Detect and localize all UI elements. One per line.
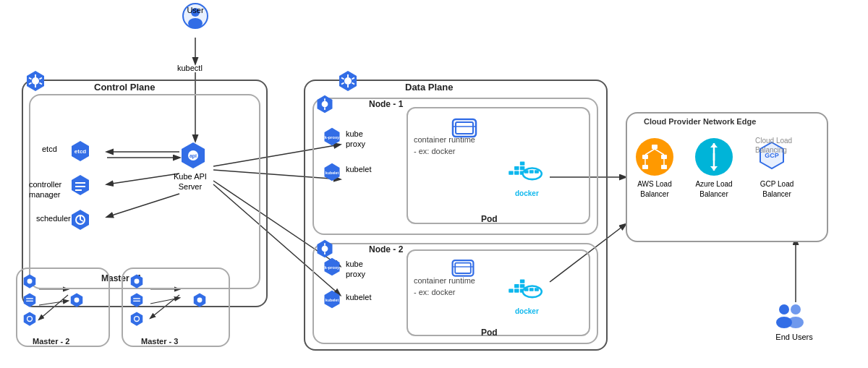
node2-kubelet-label: kubelet bbox=[346, 293, 371, 301]
svg-rect-62 bbox=[509, 171, 514, 174]
svg-rect-93 bbox=[529, 288, 534, 291]
aws-lb-label: AWS LoadBalancer bbox=[635, 179, 674, 200]
node2-kube-proxy-label: kubeproxy bbox=[346, 259, 365, 279]
svg-rect-92 bbox=[524, 288, 529, 291]
node1-label: Node - 1 bbox=[369, 99, 403, 109]
gcp-cloud-load-balancing-label: Cloud LoadBalancing bbox=[755, 136, 820, 155]
controller-manager-icon bbox=[69, 174, 92, 198]
svg-marker-32 bbox=[72, 175, 89, 195]
svg-rect-94 bbox=[535, 288, 539, 291]
node1-kube-proxy-icon: k-proxy bbox=[322, 127, 342, 148]
master2-icon3 bbox=[22, 311, 38, 328]
api-server-label: Kube APIServer bbox=[174, 171, 207, 192]
master3-icon1 bbox=[129, 273, 145, 291]
master2-icon1 bbox=[22, 273, 38, 291]
node1-container-icon bbox=[450, 112, 479, 142]
node2-docker-icon bbox=[506, 278, 544, 306]
svg-point-52 bbox=[322, 101, 328, 108]
master2-icon4 bbox=[69, 292, 85, 309]
user-label: User bbox=[179, 6, 211, 14]
gcp-lb-label: GCP LoadBalancer bbox=[755, 179, 799, 200]
diagram: User kubectl Control Plane Master - 1 et… bbox=[0, 0, 868, 368]
svg-point-44 bbox=[344, 77, 352, 85]
node1-docker-icon bbox=[506, 161, 544, 188]
svg-point-130 bbox=[779, 304, 789, 314]
svg-rect-70 bbox=[524, 170, 529, 174]
node2-kube-proxy-icon: k-proxy bbox=[322, 257, 342, 278]
svg-rect-85 bbox=[514, 288, 519, 292]
pod1-label: Pod bbox=[481, 214, 498, 224]
svg-point-133 bbox=[788, 317, 804, 328]
master3-icon4 bbox=[192, 292, 208, 309]
master1-box bbox=[29, 94, 260, 289]
svg-rect-60 bbox=[456, 122, 473, 134]
svg-point-96 bbox=[27, 279, 33, 284]
node1-kubelet-icon: kubelet bbox=[322, 162, 342, 184]
pod2-label: Pod bbox=[481, 328, 498, 338]
svg-marker-97 bbox=[24, 293, 36, 307]
master2-icon2 bbox=[22, 292, 38, 309]
svg-text:k-proxy: k-proxy bbox=[325, 135, 340, 140]
node1-kube-proxy-label: kubeproxy bbox=[346, 129, 365, 149]
svg-rect-66 bbox=[520, 166, 525, 170]
node2-container-icon bbox=[450, 254, 476, 281]
svg-point-103 bbox=[75, 298, 80, 303]
svg-rect-117 bbox=[642, 165, 648, 169]
etcd-label: etcd bbox=[42, 145, 57, 153]
api-server-icon: api bbox=[179, 141, 207, 170]
svg-point-74 bbox=[322, 246, 328, 252]
master2-label: Master - 2 bbox=[33, 337, 69, 346]
node1-docker-label: docker bbox=[515, 189, 539, 197]
svg-point-21 bbox=[188, 18, 203, 28]
master3-icon2 bbox=[129, 292, 145, 309]
svg-text:kubelet: kubelet bbox=[326, 298, 339, 302]
svg-rect-118 bbox=[661, 165, 667, 169]
node2-docker-label: docker bbox=[515, 307, 539, 315]
cloud-provider-label: Cloud Provider Network Edge bbox=[644, 117, 756, 126]
svg-text:api: api bbox=[190, 153, 197, 159]
k8s-data-plane-icon bbox=[336, 69, 359, 94]
svg-marker-106 bbox=[131, 293, 143, 307]
aws-lb-icon bbox=[635, 137, 674, 178]
svg-rect-89 bbox=[520, 279, 525, 283]
node1-k8s-icon bbox=[315, 94, 335, 116]
svg-marker-109 bbox=[131, 312, 143, 325]
svg-rect-84 bbox=[509, 288, 514, 292]
svg-rect-67 bbox=[520, 161, 525, 165]
svg-point-112 bbox=[197, 298, 203, 303]
svg-rect-115 bbox=[642, 155, 648, 159]
svg-point-23 bbox=[32, 77, 39, 85]
svg-text:etcd: etcd bbox=[75, 148, 87, 155]
svg-point-113 bbox=[636, 138, 673, 176]
svg-rect-71 bbox=[529, 170, 534, 174]
svg-rect-65 bbox=[514, 166, 519, 170]
svg-point-132 bbox=[791, 304, 801, 314]
node1-kubelet-label: kubelet bbox=[346, 165, 371, 174]
end-users-label: End Users bbox=[773, 333, 816, 341]
data-plane-label: Data Plane bbox=[405, 82, 453, 93]
end-users-icon bbox=[773, 302, 807, 333]
svg-rect-63 bbox=[514, 171, 519, 174]
svg-rect-82 bbox=[455, 263, 471, 273]
etcd-icon: etcd bbox=[69, 140, 92, 164]
azure-lb-label: Azure LoadBalancer bbox=[692, 179, 736, 200]
svg-marker-100 bbox=[24, 312, 36, 325]
svg-point-105 bbox=[135, 279, 140, 284]
scheduler-icon bbox=[69, 208, 92, 233]
svg-text:kubelet: kubelet bbox=[326, 171, 339, 175]
scheduler-label: scheduler bbox=[36, 214, 71, 223]
controller-manager-label: controllermanager bbox=[29, 179, 61, 200]
svg-rect-88 bbox=[520, 284, 525, 288]
master3-label: Master - 3 bbox=[141, 337, 178, 346]
node2-kubelet-icon: kubelet bbox=[322, 289, 342, 311]
master3-icon3 bbox=[129, 311, 145, 328]
azure-lb-icon bbox=[694, 137, 733, 178]
svg-rect-87 bbox=[514, 284, 519, 288]
svg-rect-116 bbox=[661, 155, 667, 159]
node2-label: Node - 2 bbox=[369, 244, 403, 254]
svg-text:k-proxy: k-proxy bbox=[325, 265, 340, 270]
control-plane-label: Control Plane bbox=[94, 82, 156, 93]
svg-rect-114 bbox=[652, 145, 658, 149]
k8s-control-plane-icon bbox=[24, 69, 47, 94]
kubectl-label: kubectl bbox=[177, 64, 203, 72]
